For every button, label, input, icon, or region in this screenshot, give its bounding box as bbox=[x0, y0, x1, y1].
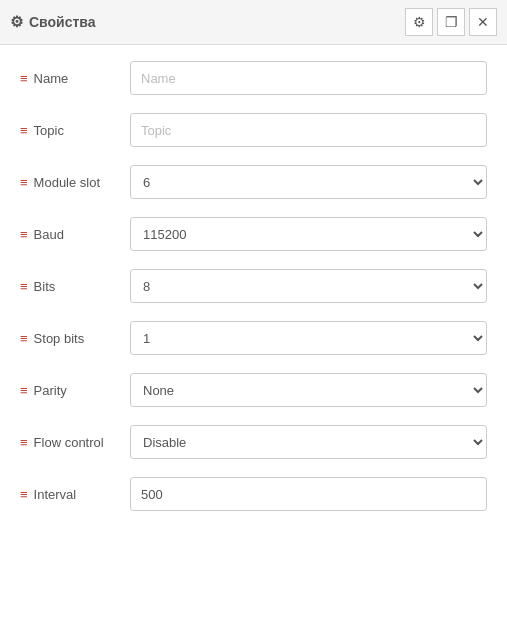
name-list-icon: ≡ bbox=[20, 71, 28, 86]
parity-row: ≡ Parity None bbox=[20, 373, 487, 407]
stop-bits-select[interactable]: 1 bbox=[130, 321, 487, 355]
panel-title-container: ⚙ Свойства bbox=[10, 13, 405, 31]
interval-label: ≡ Interval bbox=[20, 487, 130, 502]
flow-control-row: ≡ Flow control Disable bbox=[20, 425, 487, 459]
header-actions: ⚙ ❐ ✕ bbox=[405, 8, 497, 36]
parity-select[interactable]: None bbox=[130, 373, 487, 407]
name-row: ≡ Name bbox=[20, 61, 487, 95]
flow-control-select[interactable]: Disable bbox=[130, 425, 487, 459]
flow-control-list-icon: ≡ bbox=[20, 435, 28, 450]
flow-control-label: ≡ Flow control bbox=[20, 435, 130, 450]
topic-row: ≡ Topic bbox=[20, 113, 487, 147]
topic-input[interactable] bbox=[130, 113, 487, 147]
copy-button[interactable]: ❐ bbox=[437, 8, 465, 36]
module-slot-select[interactable]: 6 bbox=[130, 165, 487, 199]
module-slot-label: ≡ Module slot bbox=[20, 175, 130, 190]
module-slot-list-icon: ≡ bbox=[20, 175, 28, 190]
module-slot-row: ≡ Module slot 6 bbox=[20, 165, 487, 199]
baud-label: ≡ Baud bbox=[20, 227, 130, 242]
gear-icon: ⚙ bbox=[10, 13, 23, 31]
bits-list-icon: ≡ bbox=[20, 279, 28, 294]
baud-list-icon: ≡ bbox=[20, 227, 28, 242]
stop-bits-label: ≡ Stop bits bbox=[20, 331, 130, 346]
parity-list-icon: ≡ bbox=[20, 383, 28, 398]
interval-input[interactable] bbox=[130, 477, 487, 511]
form-content: ≡ Name ≡ Topic ≡ Module slot 6 ≡ Baud 11… bbox=[0, 45, 507, 545]
parity-label: ≡ Parity bbox=[20, 383, 130, 398]
panel-title: Свойства bbox=[29, 14, 96, 30]
bits-label: ≡ Bits bbox=[20, 279, 130, 294]
bits-row: ≡ Bits 8 bbox=[20, 269, 487, 303]
bits-select[interactable]: 8 bbox=[130, 269, 487, 303]
delete-button[interactable]: ✕ bbox=[469, 8, 497, 36]
name-input[interactable] bbox=[130, 61, 487, 95]
settings-button[interactable]: ⚙ bbox=[405, 8, 433, 36]
baud-select[interactable]: 115200 bbox=[130, 217, 487, 251]
topic-list-icon: ≡ bbox=[20, 123, 28, 138]
baud-row: ≡ Baud 115200 bbox=[20, 217, 487, 251]
panel-header: ⚙ Свойства ⚙ ❐ ✕ bbox=[0, 0, 507, 45]
interval-row: ≡ Interval bbox=[20, 477, 487, 511]
stop-bits-list-icon: ≡ bbox=[20, 331, 28, 346]
stop-bits-row: ≡ Stop bits 1 bbox=[20, 321, 487, 355]
topic-label: ≡ Topic bbox=[20, 123, 130, 138]
interval-list-icon: ≡ bbox=[20, 487, 28, 502]
name-label: ≡ Name bbox=[20, 71, 130, 86]
